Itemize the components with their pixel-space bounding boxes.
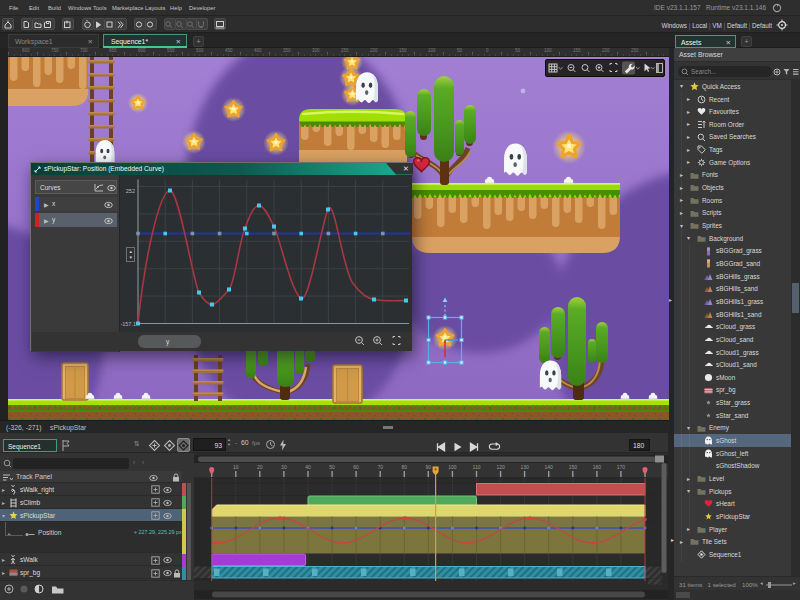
svg-text:100: 100 (448, 464, 457, 470)
svg-text:120: 120 (496, 464, 505, 470)
svg-text:140: 140 (545, 464, 554, 470)
svg-text:50: 50 (329, 464, 335, 470)
svg-text:252: 252 (126, 187, 135, 193)
svg-text:70: 70 (377, 464, 383, 470)
svg-text:160: 160 (593, 464, 602, 470)
svg-text:170: 170 (617, 464, 626, 470)
svg-text:110: 110 (473, 464, 481, 470)
svg-text:150: 150 (569, 464, 578, 470)
svg-text:80: 80 (402, 464, 408, 470)
svg-text:130: 130 (520, 464, 529, 470)
svg-text:-157.1: -157.1 (120, 321, 136, 327)
svg-text:30: 30 (281, 464, 287, 470)
svg-text:10: 10 (233, 464, 239, 470)
svg-text:40: 40 (305, 464, 311, 470)
svg-text:20: 20 (257, 464, 263, 470)
svg-text:60: 60 (353, 464, 359, 470)
svg-text:90: 90 (426, 464, 432, 470)
